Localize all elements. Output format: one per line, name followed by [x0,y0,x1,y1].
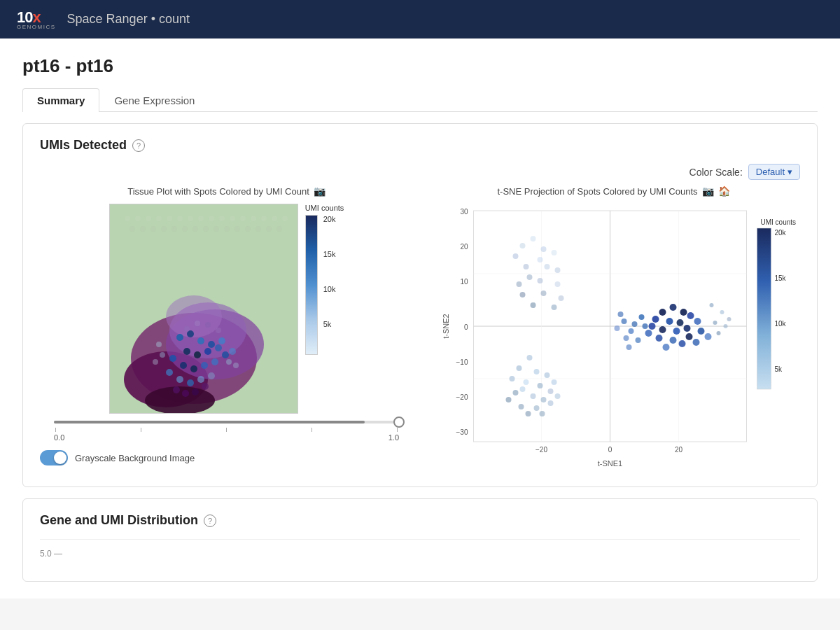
svg-point-1 [125,216,130,221]
svg-point-144 [698,328,705,335]
svg-point-65 [182,390,189,397]
tsne-camera-icon[interactable]: 📷 [702,186,714,197]
svg-point-28 [245,226,251,232]
umis-section-header: UMIs Detected ? [40,138,800,153]
svg-point-154 [643,323,648,329]
svg-point-113 [541,246,547,252]
svg-text:20: 20 [460,243,468,251]
svg-point-22 [182,226,188,232]
svg-point-94 [524,379,529,385]
svg-point-110 [540,411,545,416]
svg-point-106 [519,404,524,410]
tab-summary[interactable]: Summary [22,88,99,112]
svg-point-126 [559,295,564,301]
svg-point-11 [230,216,235,221]
svg-point-67 [202,383,209,390]
tissue-canvas [109,204,298,414]
svg-point-98 [538,383,543,388]
svg-point-25 [214,226,219,232]
svg-point-146 [663,344,670,351]
svg-point-147 [679,340,686,347]
gene-dist-help-icon[interactable]: ? [204,514,216,527]
svg-point-124 [520,292,526,298]
svg-point-35 [145,386,215,414]
svg-point-62 [226,359,232,365]
svg-point-161 [720,310,724,314]
svg-point-52 [222,351,229,358]
tabs-bar: Summary Gene Expression [22,88,818,112]
svg-point-152 [639,314,645,320]
svg-point-95 [545,372,550,378]
svg-point-50 [201,362,208,369]
slider-ticks [54,428,399,432]
svg-point-132 [680,309,687,316]
svg-point-103 [506,397,512,402]
grayscale-toggle[interactable] [40,450,68,465]
logo-genomics: GENOMICS [17,24,56,30]
svg-text:−20: −20 [456,393,468,401]
svg-point-100 [513,390,519,396]
svg-point-135 [687,312,694,319]
svg-point-44 [194,351,201,358]
svg-text:10k: 10k [775,320,787,328]
tsne-home-icon[interactable]: 🏠 [718,186,730,197]
svg-point-21 [172,226,177,232]
svg-point-58 [208,372,215,379]
app-header: 10x GENOMICS Space Ranger • count [0,0,840,38]
page-content: pt16 - pt16 Summary Gene Expression UMIs… [0,38,840,598]
svg-point-112 [531,236,536,241]
svg-point-115 [538,257,543,262]
svg-point-156 [636,337,641,343]
tissue-svg [110,204,298,414]
svg-point-7 [188,216,193,221]
opacity-slider-fill [54,421,365,424]
svg-point-24 [203,226,209,232]
svg-point-13 [251,216,256,221]
logo: 10x GENOMICS [17,8,56,30]
tsne-plot-title: t-SNE Projection of Spots Colored by UMI… [427,186,800,197]
tissue-plot-title: Tissue Plot with Spots Colored by UMI Co… [40,186,413,197]
svg-point-46 [215,344,222,351]
svg-point-122 [538,278,543,284]
svg-point-91 [527,355,533,360]
svg-point-130 [670,304,677,311]
umis-help-icon[interactable]: ? [132,139,145,152]
svg-point-9 [209,216,214,221]
svg-text:t-SNE2: t-SNE2 [442,314,450,338]
svg-text:−10: −10 [456,358,468,366]
svg-point-140 [649,323,656,330]
svg-point-41 [208,341,215,348]
svg-point-136 [659,326,666,333]
svg-point-45 [204,348,211,355]
svg-point-121 [517,281,522,287]
tsne-svg: 30 20 10 0 −10 −20 −30 −20 0 20 t-SNE2 [427,204,800,470]
svg-point-55 [176,376,183,383]
svg-point-137 [673,328,680,335]
svg-point-8 [198,216,204,221]
svg-point-47 [169,355,176,362]
tissue-plot-wrap: UMI counts 20k 15k 10k 5k [40,204,413,414]
opacity-slider-thumb[interactable] [393,416,405,428]
svg-point-159 [618,312,624,317]
svg-point-129 [659,309,666,316]
tissue-gradient-bar [305,215,318,355]
tissue-camera-icon[interactable]: 📷 [314,186,326,197]
tab-gene-expression[interactable]: Gene Expression [99,88,209,112]
svg-point-23 [192,226,198,232]
svg-point-14 [261,216,267,221]
svg-point-125 [541,290,547,296]
svg-text:20k: 20k [775,229,787,237]
svg-text:t-SNE1: t-SNE1 [598,459,622,468]
svg-point-61 [153,359,158,365]
color-scale-button[interactable]: Default ▾ [748,164,800,180]
umis-detected-section: UMIs Detected ? Color Scale: Default ▾ T… [22,123,818,487]
svg-point-107 [534,405,540,411]
svg-point-165 [727,317,732,321]
svg-point-160 [710,303,714,307]
svg-point-153 [629,328,634,334]
opacity-slider-row: 0.0 1.0 [40,421,413,442]
svg-point-105 [555,393,561,399]
svg-point-93 [534,369,540,374]
svg-point-127 [531,302,536,308]
svg-point-31 [276,226,282,232]
